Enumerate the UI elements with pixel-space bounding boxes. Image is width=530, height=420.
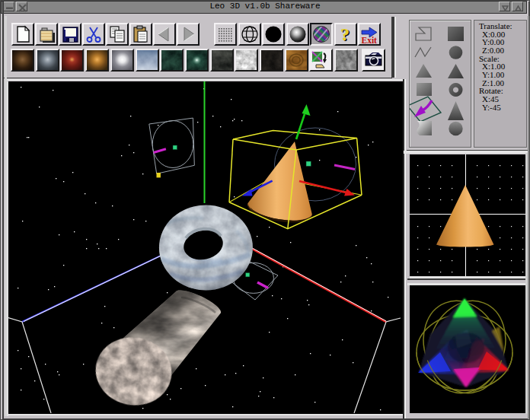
svg-text:?: ?: [340, 24, 350, 44]
svg-text:Exit: Exit: [362, 36, 378, 44]
